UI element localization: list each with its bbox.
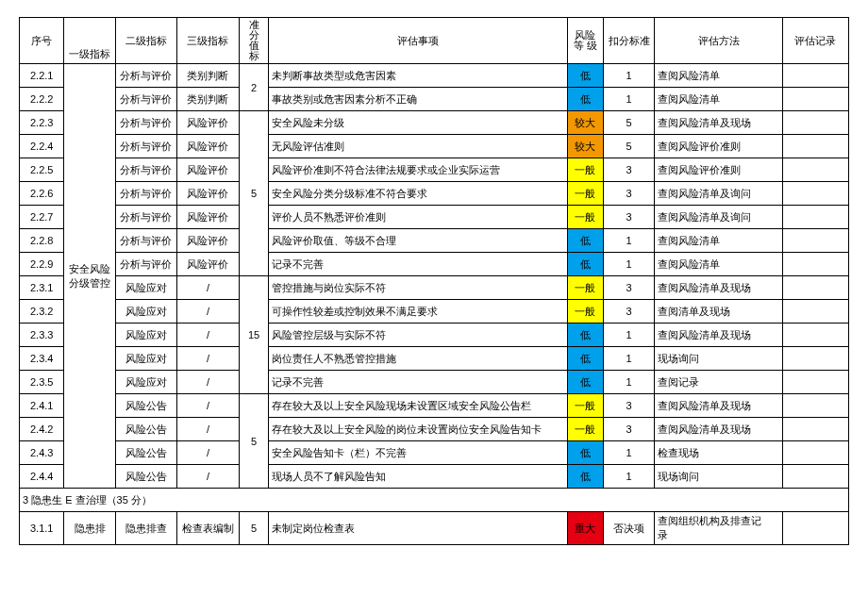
- cell-deduct: 1: [604, 88, 655, 111]
- cell-lv3: /: [177, 347, 240, 371]
- cell-lv1: 安全风险 分级管控: [64, 64, 115, 489]
- cell-seq: 2.2.4: [20, 135, 64, 158]
- cell-seq: 2.2.2: [20, 88, 64, 111]
- cell-deduct: 1: [604, 253, 655, 276]
- cell-lv2: 风险应对: [115, 300, 177, 324]
- cell-method: 查阅风险清单及现场: [655, 394, 783, 418]
- cell-item: 岗位责任人不熟悉管控措施: [269, 347, 567, 371]
- cell-seq: 2.3.1: [20, 276, 64, 300]
- cell-lv3: /: [177, 394, 240, 418]
- assessment-table: 序号 一级指标 二级指标 三级指标 准 分 值 标 评估事项 风险等 级 扣分标…: [19, 17, 849, 545]
- cell-seq: 2.3.4: [20, 347, 64, 371]
- cell-log: [782, 158, 848, 182]
- cell-log: [782, 465, 848, 489]
- table-row: 2.2.1安全风险 分级管控分析与评价类别判断2未判断事故类型或危害因素低1查阅…: [20, 64, 849, 88]
- th-lv2: 二级指标: [115, 18, 177, 64]
- cell-deduct: 3: [604, 182, 655, 206]
- cell-method: 查阅风险清单: [655, 64, 783, 88]
- cell-lv2: 风险公告: [115, 441, 177, 465]
- cell-lv2: 分析与评价: [115, 229, 177, 253]
- section-label: 3 隐患生 E 查治理（35 分）: [20, 489, 849, 512]
- risk-badge: 一般: [567, 276, 603, 300]
- cell-deduct: 5: [604, 135, 655, 158]
- cell-lv3: /: [177, 441, 240, 465]
- cell-log: [782, 300, 848, 324]
- cell-std: 5: [239, 111, 269, 276]
- cell-seq: 2.3.3: [20, 324, 64, 347]
- risk-badge: 低: [567, 88, 603, 111]
- cell-seq: 2.2.1: [20, 64, 64, 88]
- table-row: 2.4.3风险公告/安全风险告知卡（栏）不完善低1检查现场: [20, 441, 849, 465]
- table-row: 2.2.6分析与评价风险评价安全风险分类分级标准不符合要求一般3查阅风险清单及询…: [20, 182, 849, 206]
- risk-badge: 一般: [567, 206, 603, 229]
- cell-method: 查阅风险清单: [655, 88, 783, 111]
- cell-method: 查阅风险清单及现场: [655, 324, 783, 347]
- cell-lv2: 分析与评价: [115, 206, 177, 229]
- cell-item: 风险评价取值、等级不合理: [269, 229, 567, 253]
- cell-deduct: 否决项: [604, 512, 655, 545]
- cell-lv2: 风险应对: [115, 276, 177, 300]
- cell-item: 风险评价准则不符合法律法规要求或企业实际运营: [269, 158, 567, 182]
- table-row: 2.4.4风险公告/现场人员不了解风险告知低1现场询问: [20, 465, 849, 489]
- cell-lv2: 分析与评价: [115, 253, 177, 276]
- risk-badge: 较大: [567, 111, 603, 135]
- cell-lv3: 检查表编制: [177, 512, 240, 545]
- cell-deduct: 3: [604, 300, 655, 324]
- cell-lv2: 风险公告: [115, 465, 177, 489]
- cell-item: 可操作性较差或控制效果不满足要求: [269, 300, 567, 324]
- th-std: 准 分 值 标: [239, 18, 269, 64]
- cell-seq: 2.2.5: [20, 158, 64, 182]
- table-row: 3.1.1隐患排隐患排查检查表编制5未制定岗位检查表重大否决项查阅组织机构及排查…: [20, 512, 849, 545]
- th-item: 评估事项: [269, 18, 567, 64]
- cell-method: 查阅风险清单及现场: [655, 418, 783, 441]
- cell-item: 未判断事故类型或危害因素: [269, 64, 567, 88]
- cell-deduct: 1: [604, 64, 655, 88]
- cell-method: 查阅清单及现场: [655, 300, 783, 324]
- cell-lv2: 分析与评价: [115, 158, 177, 182]
- table-row: 2.4.2风险公告/存在较大及以上安全风险的岗位未设置岗位安全风险告知卡一般3查…: [20, 418, 849, 441]
- cell-std: 15: [239, 276, 269, 394]
- table-row: 2.4.1风险公告/5存在较大及以上安全风险现场未设置区域安全风险公告栏一般3查…: [20, 394, 849, 418]
- risk-badge: 较大: [567, 135, 603, 158]
- risk-badge: 重大: [567, 512, 603, 545]
- cell-lv3: 风险评价: [177, 182, 240, 206]
- cell-seq: 2.2.8: [20, 229, 64, 253]
- cell-lv3: /: [177, 371, 240, 394]
- cell-lv3: /: [177, 465, 240, 489]
- cell-lv2: 风险应对: [115, 324, 177, 347]
- cell-std: 5: [239, 394, 269, 489]
- cell-deduct: 3: [604, 418, 655, 441]
- table-row: 2.2.7分析与评价风险评价评价人员不熟悉评价准则一般3查阅风险清单及询问: [20, 206, 849, 229]
- table-row: 2.2.3分析与评价风险评价5安全风险未分级较大5查阅风险清单及现场: [20, 111, 849, 135]
- cell-method: 现场询问: [655, 465, 783, 489]
- cell-log: [782, 64, 848, 88]
- cell-item: 存在较大及以上安全风险现场未设置区域安全风险公告栏: [269, 394, 567, 418]
- cell-item: 事故类别或危害因素分析不正确: [269, 88, 567, 111]
- risk-badge: 低: [567, 441, 603, 465]
- cell-std: 5: [239, 512, 269, 545]
- cell-log: [782, 418, 848, 441]
- cell-log: [782, 111, 848, 135]
- cell-log: [782, 135, 848, 158]
- risk-badge: 低: [567, 253, 603, 276]
- cell-log: [782, 182, 848, 206]
- cell-log: [782, 229, 848, 253]
- risk-badge: 低: [567, 229, 603, 253]
- cell-deduct: 3: [604, 206, 655, 229]
- cell-deduct: 3: [604, 158, 655, 182]
- cell-lv3: 风险评价: [177, 253, 240, 276]
- table-row: 2.3.3风险应对/风险管控层级与实际不符低1查阅风险清单及现场: [20, 324, 849, 347]
- cell-method: 查阅组织机构及排查记 录: [655, 512, 783, 545]
- cell-lv2: 分析与评价: [115, 88, 177, 111]
- cell-lv2: 风险公告: [115, 418, 177, 441]
- cell-lv3: 风险评价: [177, 158, 240, 182]
- cell-lv3: /: [177, 300, 240, 324]
- cell-lv1: 隐患排: [64, 512, 115, 545]
- cell-lv3: /: [177, 324, 240, 347]
- risk-badge: 低: [567, 324, 603, 347]
- cell-deduct: 3: [604, 394, 655, 418]
- cell-deduct: 1: [604, 465, 655, 489]
- th-lv3: 三级指标: [177, 18, 240, 64]
- cell-method: 检查现场: [655, 441, 783, 465]
- cell-lv2: 隐患排查: [115, 512, 177, 545]
